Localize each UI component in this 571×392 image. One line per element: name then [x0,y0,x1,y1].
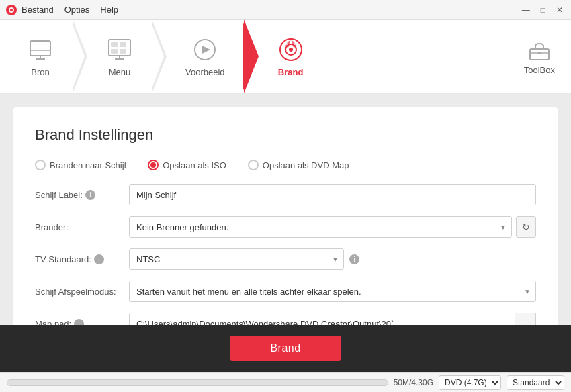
afspeelmodus-select[interactable]: Starten vanuit het menu en alle titels a… [129,281,536,302]
settings-panel: Brand Instellingen Branden naar Schijf O… [13,107,558,325]
afspeelmodus-row: Schijf Afspeelmodus: Starten vanuit het … [35,281,536,302]
menu-help[interactable]: Help [100,5,118,15]
svg-rect-21 [538,52,541,54]
radio-iso-circle [148,160,159,170]
schijf-label-info-icon[interactable]: i [85,190,95,200]
tv-standaard-row: TV Standaard: i NTSC PAL ▼ i [35,248,536,270]
tv-standaard-select[interactable]: NTSC PAL [129,248,344,270]
nav-arrow-3 [244,19,259,93]
tv-standaard-controls: NTSC PAL ▼ i [129,248,359,270]
voorbeeld-icon [191,36,218,63]
nav-step-menu[interactable]: Menu [87,20,152,93]
panel-title: Brand Instellingen [35,126,536,144]
schijf-label-row: Schijf Label: i [35,184,536,205]
afspeelmodus-label: Schijf Afspeelmodus: [35,287,129,297]
nav-steps: Bron Menu [8,20,323,93]
toolbox-button[interactable]: ToolBox [516,33,563,81]
tv-standaard-select-wrapper: NTSC PAL ▼ [129,248,344,270]
map-pad-label: Map pad: i [35,319,129,326]
nav-step-voorbeeld[interactable]: Voorbeeld [167,20,244,93]
nav-toolbar: Bron Menu [0,20,571,94]
brand-nav-label: Brand [278,67,304,77]
maximize-button[interactable]: □ [538,4,548,16]
titlebar: Bestand Opties Help — □ ✕ [0,0,571,20]
burn-bar: Brand [0,325,571,372]
svg-rect-10 [111,49,118,54]
brander-label: Brander: [35,222,129,232]
radio-dvd-label: Opslaan als DVD Map [263,160,349,170]
progress-bar-container [7,379,388,386]
brander-row: Brander: Kein Brenner gefunden. ▼ ↻ [35,216,536,238]
schijf-label-label: Schijf Label: i [35,190,129,200]
nav-step-brand[interactable]: Brand [259,20,323,93]
toolbox-icon [527,38,552,62]
size-info: 50M/4.30G [394,378,433,387]
menu-bestand[interactable]: Bestand [21,5,54,15]
bron-label: Bron [31,67,49,77]
radio-branden-circle [35,160,46,170]
burn-button[interactable]: Brand [230,336,341,361]
status-bar: 50M/4.30G DVD (4.7G) DVD (8.5G) Standaar… [0,372,571,392]
svg-point-18 [289,48,293,52]
tv-standaard-extra-info-icon[interactable]: i [349,254,359,264]
radio-iso-label: Opslaan als ISO [163,160,226,170]
map-pad-input[interactable] [129,313,536,325]
map-pad-info-icon[interactable]: i [74,319,84,326]
radio-iso[interactable]: Opslaan als ISO [148,160,226,170]
minimize-button[interactable]: — [519,4,533,16]
tv-standaard-label: TV Standaard: i [35,254,129,264]
map-pad-input-wrapper: ··· [129,313,536,325]
schijf-label-input[interactable] [129,184,536,205]
menu-nav-icon [106,36,133,63]
brander-refresh-button[interactable]: ↻ [516,216,536,238]
close-button[interactable]: ✕ [554,4,566,16]
svg-marker-15 [202,46,210,54]
voorbeeld-label: Voorbeeld [185,67,225,77]
svg-rect-3 [30,41,50,56]
radio-dvd[interactable]: Opslaan als DVD Map [248,160,349,170]
brander-select-wrapper: Kein Brenner gefunden. ▼ [129,216,512,238]
menu-bar: Bestand Opties Help [21,5,118,15]
map-pad-row: Map pad: i ··· [35,313,536,325]
menu-label: Menu [109,67,131,77]
radio-branden-label: Branden naar Schijf [50,160,126,170]
svg-rect-8 [111,42,118,47]
radio-group: Branden naar Schijf Opslaan als ISO Opsl… [35,160,536,170]
map-pad-browse-button[interactable]: ··· [515,313,536,325]
radio-dvd-circle [248,160,259,170]
afspeelmodus-select-wrapper: Starten vanuit het menu en alle titels a… [129,281,536,302]
tv-standaard-info-icon[interactable]: i [94,254,104,264]
brand-icon [277,36,304,63]
menu-opties[interactable]: Opties [64,5,90,15]
quality-select[interactable]: Standaard Hoog Laag [507,375,564,390]
brander-select[interactable]: Kein Brenner gefunden. [129,216,512,238]
nav-arrow-2 [152,19,167,93]
svg-rect-9 [120,42,126,47]
radio-branden[interactable]: Branden naar Schijf [35,160,126,170]
bron-icon [27,36,54,63]
toolbox-label: ToolBox [524,65,555,75]
nav-arrow-1 [73,19,87,93]
main-content: Brand Instellingen Branden naar Schijf O… [0,94,571,325]
disc-type-select[interactable]: DVD (4.7G) DVD (8.5G) [439,375,501,390]
app-icon [5,4,17,16]
nav-step-bron[interactable]: Bron [8,20,73,93]
window-controls: — □ ✕ [519,4,566,16]
svg-point-2 [10,9,13,11]
svg-rect-11 [120,49,126,54]
